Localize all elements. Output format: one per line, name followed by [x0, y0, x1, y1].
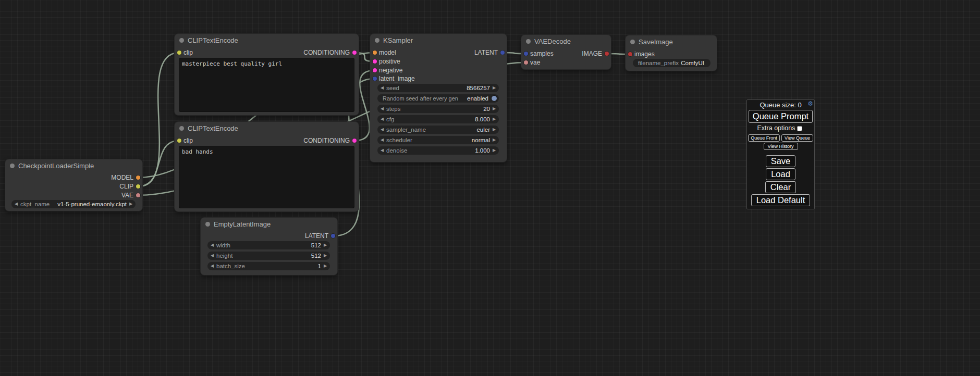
sampler-name-widget[interactable]: ◀ sampler_name euler ▶ — [377, 126, 499, 134]
node-vaedecode[interactable]: VAEDecode samples IMAGE vae — [521, 35, 611, 69]
collapse-dot-icon[interactable] — [205, 222, 210, 227]
queue-front-button[interactable]: Queue Front — [748, 134, 780, 142]
node-title: KSampler — [383, 36, 413, 44]
node-checkpointloadersimple[interactable]: CheckpointLoaderSimple MODEL CLIP VAE ◀ … — [5, 159, 142, 211]
decrement-arrow-icon[interactable]: ◀ — [379, 126, 385, 134]
slot-label: images — [634, 51, 655, 58]
widget-value: 512 — [311, 252, 321, 260]
width-widget[interactable]: ◀ width 512 ▶ — [207, 241, 330, 249]
image-output-port[interactable] — [605, 52, 609, 56]
latent-image-input-port[interactable] — [373, 77, 377, 81]
slot-label: vae — [530, 59, 540, 66]
widget-value: normal — [472, 136, 490, 144]
output-slot-vae: VAE — [5, 191, 142, 199]
negative-input-port[interactable] — [373, 68, 377, 72]
output-slot-image: IMAGE — [521, 49, 611, 58]
extra-options-checkbox[interactable] — [797, 126, 802, 131]
decrement-arrow-icon[interactable]: ◀ — [379, 136, 385, 144]
increment-arrow-icon[interactable]: ▶ — [492, 136, 497, 144]
widget-value: euler — [476, 126, 490, 134]
vae-output-port[interactable] — [136, 193, 140, 197]
queue-prompt-button[interactable]: Queue Prompt — [749, 110, 813, 123]
latent-output-port[interactable] — [331, 234, 335, 238]
toggle-on-indicator[interactable] — [492, 96, 497, 101]
random-seed-toggle-widget[interactable]: Random seed after every gen enabled — [377, 94, 499, 103]
collapse-dot-icon[interactable] — [630, 40, 635, 44]
vae-input-port[interactable] — [524, 60, 528, 65]
cfg-widget[interactable]: ◀ cfg 8.000 ▶ — [377, 115, 499, 123]
widget-label: seed — [386, 84, 399, 92]
decrement-arrow-icon[interactable]: ◀ — [14, 200, 19, 208]
decrement-arrow-icon[interactable]: ◀ — [379, 146, 385, 155]
increment-arrow-icon[interactable]: ▶ — [323, 252, 328, 260]
node-cliptextencode-negative[interactable]: CLIPTextEncode clip CONDITIONING bad han… — [175, 122, 359, 211]
load-default-button[interactable]: Load Default — [751, 194, 811, 206]
clear-button[interactable]: Clear — [765, 181, 796, 193]
widget-value: 1.000 — [475, 146, 490, 155]
increment-arrow-icon[interactable]: ▶ — [492, 126, 497, 134]
positive-input-port[interactable] — [373, 59, 377, 64]
input-slot-vae: vae — [521, 58, 611, 67]
queue-buttons-row: Queue Front View Queue — [748, 134, 813, 142]
widget-label: sampler_name — [386, 126, 426, 134]
output-slot-model: MODEL — [5, 173, 142, 182]
collapse-dot-icon[interactable] — [179, 38, 184, 43]
slot-label: MODEL — [111, 174, 133, 181]
increment-arrow-icon[interactable]: ▶ — [128, 200, 133, 208]
decrement-arrow-icon[interactable]: ◀ — [379, 105, 385, 113]
increment-arrow-icon[interactable]: ▶ — [323, 262, 328, 270]
decrement-arrow-icon[interactable]: ◀ — [379, 84, 385, 92]
positive-prompt-textarea[interactable]: masterpiece best quality girl — [179, 58, 354, 112]
node-ksampler[interactable]: KSampler model LATENT positive negative … — [370, 34, 507, 162]
view-history-button[interactable]: View History — [764, 143, 798, 150]
widget-value: v1-5-pruned-emaonly.ckpt — [57, 200, 127, 208]
steps-widget[interactable]: ◀ steps 20 ▶ — [377, 105, 499, 113]
seed-widget[interactable]: ◀ seed 8566257 ▶ — [377, 84, 499, 92]
comfyui-menu-panel: Queue size: 0 ⚙ Queue Prompt Extra optio… — [746, 99, 815, 209]
node-saveimage[interactable]: SaveImage images filename_prefix ComfyUI — [626, 35, 717, 71]
decrement-arrow-icon[interactable]: ◀ — [210, 241, 215, 249]
node-cliptextencode-positive[interactable]: CLIPTextEncode clip CONDITIONING masterp… — [175, 34, 359, 115]
increment-arrow-icon[interactable]: ▶ — [323, 241, 328, 249]
increment-arrow-icon[interactable]: ▶ — [492, 146, 497, 155]
slot-label: positive — [379, 58, 400, 65]
filename-prefix-widget[interactable]: filename_prefix ComfyUI — [633, 59, 710, 67]
ckpt-name-widget[interactable]: ◀ ckpt_name v1-5-pruned-emaonly.ckpt ▶ — [11, 200, 136, 208]
slot-label: negative — [379, 67, 402, 74]
height-widget[interactable]: ◀ height 512 ▶ — [207, 252, 330, 260]
collapse-dot-icon[interactable] — [10, 164, 15, 168]
increment-arrow-icon[interactable]: ▶ — [492, 105, 497, 113]
denoise-widget[interactable]: ◀ denoise 1.000 ▶ — [377, 146, 499, 155]
node-emptylatentimage[interactable]: EmptyLatentImage LATENT ◀ width 512 ▶ ◀ … — [201, 218, 337, 275]
model-output-port[interactable] — [136, 176, 140, 180]
decrement-arrow-icon[interactable]: ◀ — [210, 252, 215, 260]
increment-arrow-icon[interactable]: ▶ — [492, 115, 497, 123]
widget-value: 8566257 — [467, 84, 490, 92]
widget-label: height — [216, 252, 232, 260]
node-graph-canvas[interactable]: CheckpointLoaderSimple MODEL CLIP VAE ◀ … — [0, 0, 980, 376]
collapse-dot-icon[interactable] — [526, 39, 531, 44]
node-title: VAEDecode — [534, 37, 571, 45]
save-button[interactable]: Save — [766, 155, 796, 167]
settings-gear-icon[interactable]: ⚙ — [807, 100, 813, 107]
collapse-dot-icon[interactable] — [375, 38, 379, 43]
node-title: SaveImage — [639, 38, 673, 46]
load-button[interactable]: Load — [766, 168, 795, 180]
negative-prompt-textarea[interactable]: bad hands — [179, 146, 354, 208]
widget-label: Random seed after every gen — [383, 94, 458, 103]
view-queue-button[interactable]: View Queue — [781, 134, 813, 142]
input-slot-images: images — [626, 50, 717, 58]
input-slot-negative: negative — [370, 66, 507, 74]
latent-output-port[interactable] — [500, 51, 505, 55]
images-input-port[interactable] — [628, 52, 632, 56]
decrement-arrow-icon[interactable]: ◀ — [210, 262, 215, 270]
widget-value: ComfyUI — [681, 59, 704, 67]
widget-label: ckpt_name — [20, 200, 50, 208]
slot-label: latent_image — [379, 75, 415, 82]
scheduler-widget[interactable]: ◀ scheduler normal ▶ — [377, 136, 499, 144]
collapse-dot-icon[interactable] — [179, 126, 184, 131]
clip-output-port[interactable] — [136, 184, 140, 189]
increment-arrow-icon[interactable]: ▶ — [492, 84, 497, 92]
batch-size-widget[interactable]: ◀ batch_size 1 ▶ — [207, 262, 330, 270]
decrement-arrow-icon[interactable]: ◀ — [379, 115, 385, 123]
